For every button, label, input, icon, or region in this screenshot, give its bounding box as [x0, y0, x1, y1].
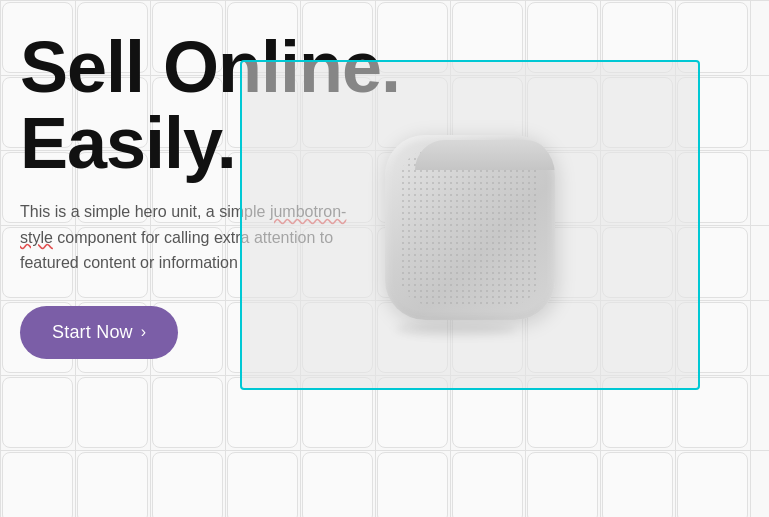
- speaker-illustration: [370, 125, 570, 335]
- arrow-icon: ›: [141, 323, 147, 341]
- start-now-label: Start Now: [52, 322, 133, 343]
- start-now-button[interactable]: Start Now ›: [20, 306, 178, 359]
- product-image-box: [240, 60, 700, 390]
- hero-title-line2: Easily.: [20, 103, 236, 183]
